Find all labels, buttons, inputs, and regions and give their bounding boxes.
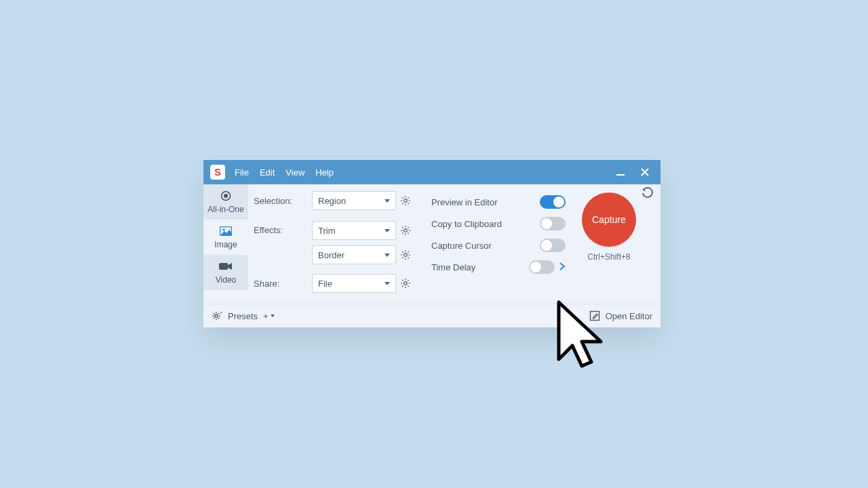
svg-point-15 bbox=[404, 229, 408, 232]
effect-border-dropdown[interactable]: Border bbox=[312, 245, 396, 264]
menu-bar: File Edit View Help bbox=[235, 167, 334, 178]
capture-cursor-toggle[interactable] bbox=[540, 239, 566, 252]
svg-line-39 bbox=[408, 285, 409, 287]
svg-line-31 bbox=[402, 257, 403, 258]
gear-plus-icon[interactable]: + bbox=[212, 310, 222, 321]
menu-edit[interactable]: Edit bbox=[260, 167, 275, 178]
menu-view[interactable]: View bbox=[285, 167, 304, 178]
svg-line-21 bbox=[408, 232, 409, 234]
effect-trim-dropdown[interactable]: Trim bbox=[312, 221, 396, 240]
tab-label: Video bbox=[216, 275, 236, 285]
copy-to-clipboard-label: Copy to Clipboard bbox=[431, 219, 540, 229]
svg-line-29 bbox=[402, 251, 403, 253]
svg-point-33 bbox=[404, 282, 408, 285]
preview-in-editor-toggle[interactable] bbox=[540, 195, 566, 209]
svg-point-4 bbox=[222, 228, 224, 230]
capture-hotkey: Ctrl+Shift+8 bbox=[587, 252, 630, 262]
tab-label: Image bbox=[214, 240, 237, 249]
cursor-icon bbox=[555, 300, 608, 376]
record-icon bbox=[220, 190, 231, 202]
svg-line-20 bbox=[402, 227, 403, 228]
tab-video[interactable]: Video bbox=[203, 255, 248, 290]
svg-line-22 bbox=[402, 232, 403, 234]
open-editor-button[interactable]: Open Editor bbox=[606, 311, 652, 321]
close-button[interactable] bbox=[640, 167, 650, 177]
svg-line-49 bbox=[214, 318, 214, 319]
titlebar: S File Edit View Help bbox=[203, 160, 660, 184]
share-dropdown[interactable]: File bbox=[312, 274, 396, 293]
svg-line-48 bbox=[218, 318, 219, 319]
svg-line-50 bbox=[218, 313, 219, 314]
caret-down-icon bbox=[384, 253, 390, 257]
gear-icon[interactable] bbox=[400, 249, 411, 260]
caret-down-icon bbox=[270, 313, 275, 319]
svg-point-42 bbox=[215, 314, 218, 317]
capture-button[interactable]: Capture bbox=[582, 192, 636, 247]
svg-text:+: + bbox=[220, 310, 222, 315]
gear-icon[interactable] bbox=[400, 195, 411, 206]
mode-tabs: All-in-One Image Video bbox=[203, 184, 248, 304]
time-delay-label: Time Delay bbox=[431, 262, 529, 272]
video-icon bbox=[219, 260, 233, 272]
selection-label: Selection: bbox=[254, 196, 312, 206]
gear-icon[interactable] bbox=[400, 278, 411, 289]
svg-line-13 bbox=[402, 203, 403, 204]
caret-down-icon bbox=[384, 199, 390, 203]
svg-line-11 bbox=[402, 197, 403, 199]
svg-point-24 bbox=[404, 253, 408, 257]
svg-point-2 bbox=[224, 194, 228, 198]
caret-down-icon bbox=[384, 229, 390, 232]
tab-image[interactable]: Image bbox=[203, 220, 248, 255]
svg-point-6 bbox=[404, 199, 408, 203]
capture-cursor-label: Capture Cursor bbox=[431, 241, 540, 251]
svg-line-38 bbox=[402, 280, 403, 281]
preview-in-editor-label: Preview in Editor bbox=[431, 197, 540, 207]
presets-button[interactable]: Presets bbox=[228, 311, 258, 321]
minimize-button[interactable] bbox=[616, 167, 625, 177]
svg-line-12 bbox=[408, 203, 409, 204]
svg-line-23 bbox=[408, 227, 409, 228]
effects-label: Effects: bbox=[254, 221, 312, 235]
menu-file[interactable]: File bbox=[235, 167, 249, 178]
gear-icon[interactable] bbox=[400, 225, 411, 236]
undo-icon[interactable] bbox=[642, 187, 654, 201]
svg-line-30 bbox=[408, 257, 409, 258]
time-delay-toggle[interactable] bbox=[529, 260, 555, 274]
chevron-right-icon[interactable] bbox=[559, 262, 566, 272]
tab-all-in-one[interactable]: All-in-One bbox=[203, 184, 248, 220]
svg-line-32 bbox=[408, 251, 409, 253]
svg-line-14 bbox=[408, 197, 409, 199]
copy-to-clipboard-toggle[interactable] bbox=[540, 217, 566, 230]
tab-label: All-in-One bbox=[208, 205, 243, 214]
selection-dropdown[interactable]: Region bbox=[312, 191, 396, 210]
menu-help[interactable]: Help bbox=[315, 167, 334, 178]
svg-line-40 bbox=[402, 285, 403, 287]
svg-line-41 bbox=[408, 280, 409, 281]
caret-down-icon bbox=[384, 282, 390, 285]
image-icon bbox=[220, 225, 232, 237]
svg-line-47 bbox=[214, 313, 214, 314]
svg-rect-0 bbox=[616, 174, 625, 176]
add-preset-button[interactable]: + bbox=[263, 311, 269, 321]
svg-rect-5 bbox=[219, 263, 228, 270]
app-logo: S bbox=[210, 165, 225, 180]
share-label: Share: bbox=[254, 279, 312, 289]
